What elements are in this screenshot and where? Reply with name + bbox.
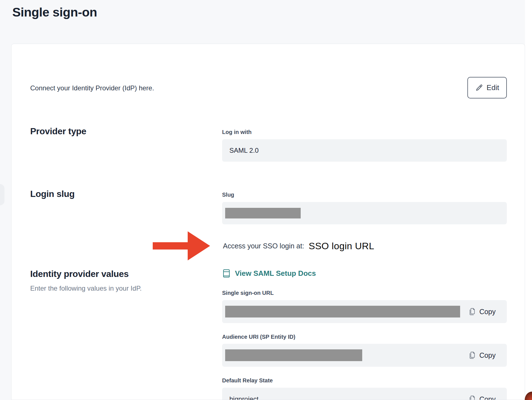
- redacted-sso-url-value: [225, 306, 460, 317]
- red-arrow-icon: [153, 229, 210, 263]
- provider-type-field: SAML 2.0: [222, 139, 507, 162]
- sso-settings-card: Connect your Identity Provider (IdP) her…: [11, 44, 525, 400]
- default-relay-state-label: Default Relay State: [222, 377, 273, 384]
- login-slug-heading: Login slug: [30, 189, 75, 199]
- copy-button-label: Copy: [479, 351, 496, 359]
- provider-type-value: SAML 2.0: [229, 147, 259, 154]
- default-relay-state-field: bigproject Copy: [222, 388, 507, 400]
- sso-login-url-placeholder: SSO login URL: [309, 241, 374, 251]
- copy-audience-uri-button[interactable]: Copy: [469, 351, 496, 359]
- copy-icon: [469, 307, 475, 316]
- provider-type-heading: Provider type: [30, 126, 86, 137]
- edit-button-label: Edit: [487, 83, 499, 92]
- audience-uri-field: Copy: [222, 344, 507, 367]
- intro-text: Connect your Identity Provider (IdP) her…: [30, 84, 154, 92]
- redacted-slug-value: [225, 208, 301, 218]
- edit-button[interactable]: Edit: [467, 77, 507, 98]
- copy-sso-url-button[interactable]: Copy: [469, 307, 496, 316]
- idp-values-heading: Identity provider values: [30, 269, 129, 279]
- left-edge-tab: [0, 184, 4, 205]
- redacted-audience-uri-value: [225, 349, 362, 361]
- pencil-icon: [475, 84, 483, 92]
- saml-docs-link[interactable]: View SAML Setup Docs: [223, 269, 316, 278]
- annotation-prefix: Access your SSO login at:: [223, 242, 304, 250]
- saml-docs-link-label: View SAML Setup Docs: [235, 269, 316, 278]
- copy-button-label: Copy: [479, 395, 496, 400]
- page-title: Single sign-on: [12, 5, 97, 20]
- sso-url-label: Single sign-on URL: [222, 290, 274, 296]
- slug-label: Slug: [222, 192, 234, 198]
- scrollbar-gutter: [525, 0, 532, 400]
- copy-button-label: Copy: [479, 308, 496, 316]
- copy-icon: [469, 395, 475, 400]
- login-with-label: Log in with: [222, 129, 252, 135]
- sso-login-annotation: Access your SSO login at: SSO login URL: [153, 229, 374, 263]
- book-icon: [223, 269, 230, 278]
- default-relay-state-value: bigproject: [229, 395, 258, 400]
- slug-field: [222, 202, 507, 224]
- sso-url-field: Copy: [222, 300, 507, 323]
- audience-uri-label: Audience URI (SP Entity ID): [222, 334, 295, 340]
- copy-relay-state-button[interactable]: Copy: [469, 395, 496, 400]
- copy-icon: [469, 351, 475, 359]
- idp-values-subheading: Enter the following values in your IdP.: [30, 284, 142, 292]
